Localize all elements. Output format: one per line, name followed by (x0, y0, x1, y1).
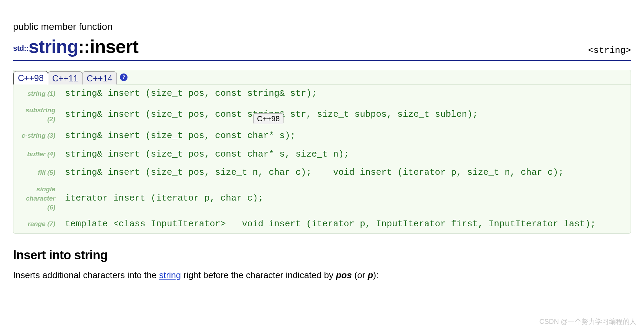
overload-label: single character (6) (13, 182, 62, 215)
overload-signature: string& insert (size_t pos, const char* … (62, 127, 631, 145)
overload-row: single character (6) iterator insert (it… (13, 182, 631, 215)
overload-label: string (1) (13, 84, 62, 103)
body-em2: p (368, 270, 373, 280)
string-link[interactable]: string (159, 270, 181, 280)
body-between: (or (352, 270, 368, 280)
section-heading: Insert into string (13, 248, 631, 262)
overload-row: c-string (3) string& insert (size_t pos,… (13, 127, 631, 145)
title-separator: :: (78, 37, 90, 56)
overload-signature: iterator insert (iterator p, char c); (62, 182, 631, 215)
overload-row: range (7) template <class InputIterator>… (13, 215, 631, 234)
overload-label: fill (5) (13, 163, 62, 182)
header-tag: <string> (588, 45, 631, 58)
title-member: insert (90, 37, 138, 56)
overload-label: buffer (4) (13, 145, 62, 164)
body-mid: right before the character indicated by (181, 270, 336, 280)
tab-cpp98[interactable]: C++98 (13, 71, 48, 84)
classification-label: public member function (13, 21, 631, 32)
overload-row: string (1) string& insert (size_t pos, c… (13, 84, 631, 103)
overload-label: substring (2) (13, 103, 62, 127)
tab-cpp14[interactable]: C++14 (82, 71, 117, 84)
overload-row: buffer (4) string& insert (size_t pos, c… (13, 145, 631, 164)
overload-signature: string& insert (size_t pos, const char* … (62, 145, 631, 164)
overload-signature: template <class InputIterator> void inse… (62, 215, 631, 234)
overload-signature: string& insert (size_t pos, size_t n, ch… (62, 163, 631, 182)
page-root: public member function std:: string :: i… (0, 0, 644, 329)
body-em1: pos (336, 270, 352, 280)
overload-row: fill (5) string& insert (size_t pos, siz… (13, 163, 631, 182)
body-paragraph: Inserts additional characters into the s… (13, 269, 631, 282)
overload-row: substring (2) string& insert (size_t pos… (13, 103, 631, 127)
title-left: std:: string :: insert (13, 37, 138, 56)
title-namespace: std:: (13, 44, 29, 56)
body-post: ): (373, 270, 379, 280)
overload-signature: string& insert (size_t pos, const string… (62, 103, 631, 127)
title-row: std:: string :: insert <string> (13, 37, 631, 61)
overload-label: c-string (3) (13, 127, 62, 145)
tab-cpp11[interactable]: C++11 (48, 71, 82, 84)
overload-label: range (7) (13, 215, 62, 234)
tabs-bar: C++98 C++11 C++14 ? (13, 70, 631, 84)
overload-signature: string& insert (size_t pos, const string… (62, 84, 631, 103)
prototype-box: C++98 C++11 C++14 ? string (1) string& i… (13, 70, 631, 234)
body-pre: Inserts additional characters into the (13, 270, 159, 280)
watermark: CSDN @一个努力学习编程的人 (539, 317, 636, 326)
overload-table: string (1) string& insert (size_t pos, c… (13, 84, 631, 233)
help-icon[interactable]: ? (120, 73, 127, 81)
tooltip: C++98 (253, 113, 284, 124)
title-class-link[interactable]: string (29, 37, 78, 56)
